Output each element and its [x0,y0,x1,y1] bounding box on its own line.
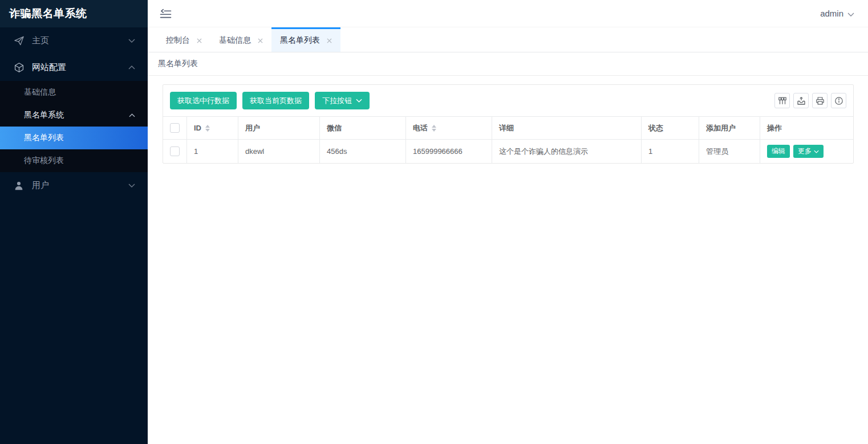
edit-button[interactable]: 编辑 [767,145,790,158]
chevron-up-icon [128,66,135,70]
button-label: 获取选中行数据 [177,96,229,106]
content: 获取选中行数据 获取当前页数据 下拉按钮 [148,76,868,444]
tabs-bar: 控制台 基础信息 黑名单列表 [148,27,868,52]
header-id[interactable]: ID [187,117,238,140]
top-header: admin [148,0,868,27]
tab-basic-info[interactable]: 基础信息 [210,27,271,52]
toolbar-buttons: 获取选中行数据 获取当前页数据 下拉按钮 [170,92,370,109]
sidebar: 诈骗黑名单系统 主页 网站配置 基础信息 黑名单系统 [0,0,148,444]
chevron-down-icon [128,184,135,188]
button-label: 下拉按钮 [322,96,352,106]
row-select-cell [163,140,187,163]
table-card: 获取选中行数据 获取当前页数据 下拉按钮 [163,84,854,164]
sidebar-item-basic-info[interactable]: 基础信息 [0,81,148,104]
tab-label: 黑名单列表 [280,35,320,46]
cell-wechat: 456ds [320,140,406,163]
chevron-down-icon [814,150,819,153]
app-title: 诈骗黑名单系统 [0,0,148,27]
sort-icon[interactable] [205,125,210,132]
sidebar-item-label: 黑名单系统 [24,110,64,120]
header-label: 状态 [648,123,663,133]
page-title: 黑名单列表 [158,59,198,69]
chevron-down-icon [847,9,854,18]
cell-status: 1 [642,140,699,163]
get-selected-rows-button[interactable]: 获取选中行数据 [170,92,237,109]
button-label: 编辑 [772,146,785,156]
sidebar-item-label: 网站配置 [32,62,66,73]
table-toolbar: 获取选中行数据 获取当前页数据 下拉按钮 [163,85,853,116]
user-dropdown[interactable]: admin [820,9,854,18]
tab-label: 基础信息 [219,35,251,46]
select-all-checkbox[interactable] [170,123,180,133]
cell-detail: 这个是个诈骗人的信息演示 [492,140,642,163]
sidebar-submenu-site-config: 基础信息 黑名单系统 黑名单列表 待审核列表 [0,81,148,172]
dropdown-button[interactable]: 下拉按钮 [315,92,370,109]
get-current-page-button[interactable]: 获取当前页数据 [242,92,309,109]
header-wechat: 微信 [320,117,406,140]
cell-user: dkewl [238,140,320,163]
sidebar-item-label: 主页 [32,35,49,46]
button-label: 获取当前页数据 [250,96,302,106]
close-icon[interactable] [197,38,202,43]
sidebar-item-site-config[interactable]: 网站配置 [0,54,148,81]
sidebar-item-pending-review[interactable]: 待审核列表 [0,149,148,172]
print-icon[interactable] [812,93,828,108]
header-label: 操作 [767,123,782,133]
header-label: 用户 [245,123,260,133]
breadcrumb: 黑名单列表 [148,52,868,76]
cell-id: 1 [187,140,238,163]
sidebar-item-home[interactable]: 主页 [0,27,148,54]
header-actions: 操作 [760,117,853,140]
sidebar-item-user[interactable]: 用户 [0,172,148,199]
sort-icon[interactable] [432,125,436,132]
button-label: 更多 [798,146,812,156]
paper-plane-icon [14,35,25,46]
user-icon [14,180,25,191]
sidebar-item-blacklist-list[interactable]: 黑名单列表 [0,127,148,149]
info-icon[interactable] [831,93,846,108]
header-label: 详细 [499,123,514,133]
tab-console[interactable]: 控制台 [157,27,210,52]
tab-label: 控制台 [166,35,190,46]
sidebar-item-label: 基础信息 [24,87,56,97]
header-user: 用户 [238,117,320,140]
close-icon[interactable] [258,38,263,43]
sidebar-item-label: 待审核列表 [24,156,64,166]
header-label: ID [194,124,201,132]
sidebar-item-label: 用户 [32,180,49,191]
table-header-row: ID 用户 微信 电话 详细 [163,117,853,140]
header-label: 电话 [413,123,428,133]
tab-blacklist-list[interactable]: 黑名单列表 [271,27,340,52]
main-area: admin 控制台 基础信息 黑名单列表 黑名单列表 [148,0,868,444]
sidebar-item-label: 黑名单列表 [24,133,64,143]
close-icon[interactable] [327,38,332,43]
header-label: 添加用户 [706,123,736,133]
blacklist-table: ID 用户 微信 电话 详细 [163,116,853,163]
select-all-cell [163,117,187,140]
chevron-down-icon [356,99,362,103]
header-detail: 详细 [492,117,642,140]
cell-added-by: 管理员 [699,140,760,163]
export-icon[interactable] [793,93,809,108]
header-added-by: 添加用户 [699,117,760,140]
more-button[interactable]: 更多 [793,145,824,158]
chevron-up-icon [129,113,135,117]
menu-fold-icon[interactable] [160,9,172,19]
cell-actions: 编辑 更多 [760,140,853,163]
cell-phone: 165999966666 [406,140,492,163]
chevron-down-icon [128,39,135,43]
table-row: 1 dkewl 456ds 165999966666 这个是个诈骗人的信息演示 … [163,140,853,163]
header-phone[interactable]: 电话 [406,117,492,140]
header-label: 微信 [327,123,342,133]
column-settings-icon[interactable] [774,93,790,108]
cube-icon [14,62,25,73]
username: admin [820,9,843,18]
row-checkbox[interactable] [170,146,180,156]
header-status: 状态 [642,117,699,140]
sidebar-item-blacklist-system[interactable]: 黑名单系统 [0,104,148,127]
toolbar-icon-buttons [774,93,846,108]
